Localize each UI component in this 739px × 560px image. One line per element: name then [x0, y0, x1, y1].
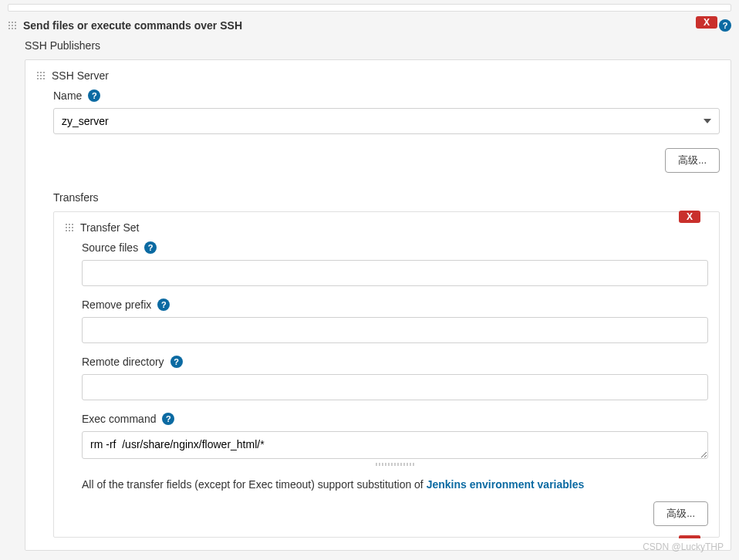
- section-title: Send files or execute commands over SSH: [23, 19, 719, 32]
- ssh-publisher-section: X Send files or execute commands over SS…: [8, 18, 731, 551]
- remove-prefix-label: Remove prefix: [82, 299, 151, 311]
- help-icon[interactable]: ?: [88, 89, 100, 102]
- source-files-label: Source files: [82, 241, 138, 254]
- help-icon[interactable]: ?: [162, 413, 174, 425]
- ssh-server-panel: SSH Server Name ? zy_server 高级... Transf…: [25, 59, 731, 551]
- server-name-select[interactable]: zy_server: [53, 108, 720, 134]
- help-icon[interactable]: ?: [144, 241, 157, 254]
- section-header: Send files or execute commands over SSH …: [8, 18, 731, 39]
- remove-prefix-input[interactable]: [82, 317, 708, 343]
- remote-directory-label: Remote directory: [82, 356, 164, 368]
- info-prefix: All of the transfer fields (except for E…: [82, 478, 427, 491]
- ssh-publishers-label: SSH Publishers: [8, 39, 731, 59]
- delete-indicator-strip: [679, 535, 700, 538]
- advanced-button[interactable]: 高级...: [665, 148, 720, 173]
- drag-handle-icon[interactable]: [36, 71, 46, 80]
- transfers-label: Transfers: [53, 191, 720, 204]
- exec-command-label: Exec command: [82, 413, 156, 425]
- help-icon[interactable]: ?: [719, 19, 731, 32]
- exec-command-textarea[interactable]: [82, 431, 708, 459]
- remote-directory-input[interactable]: [82, 374, 708, 400]
- env-variables-link[interactable]: Jenkins environment variables: [427, 478, 585, 491]
- previous-section-strip: [8, 4, 731, 12]
- transfer-set-header: Transfer Set: [65, 221, 708, 234]
- ssh-server-header: SSH Server: [36, 69, 720, 82]
- transfer-set-title: Transfer Set: [80, 221, 140, 234]
- help-icon[interactable]: ?: [157, 299, 170, 311]
- help-icon[interactable]: ?: [170, 356, 183, 368]
- transfer-set-panel: X Transfer Set Source files ? Remove pre…: [53, 211, 720, 538]
- drag-handle-icon[interactable]: [8, 21, 17, 30]
- name-label: Name: [53, 89, 82, 102]
- delete-transfer-button[interactable]: X: [679, 211, 700, 223]
- source-files-input[interactable]: [82, 260, 708, 286]
- ssh-server-title: SSH Server: [52, 69, 109, 82]
- resize-handle-icon[interactable]: [376, 463, 414, 466]
- delete-section-button[interactable]: X: [696, 16, 717, 29]
- info-text: All of the transfer fields (except for E…: [82, 478, 708, 491]
- drag-handle-icon[interactable]: [65, 223, 74, 232]
- advanced-button[interactable]: 高级...: [653, 501, 708, 526]
